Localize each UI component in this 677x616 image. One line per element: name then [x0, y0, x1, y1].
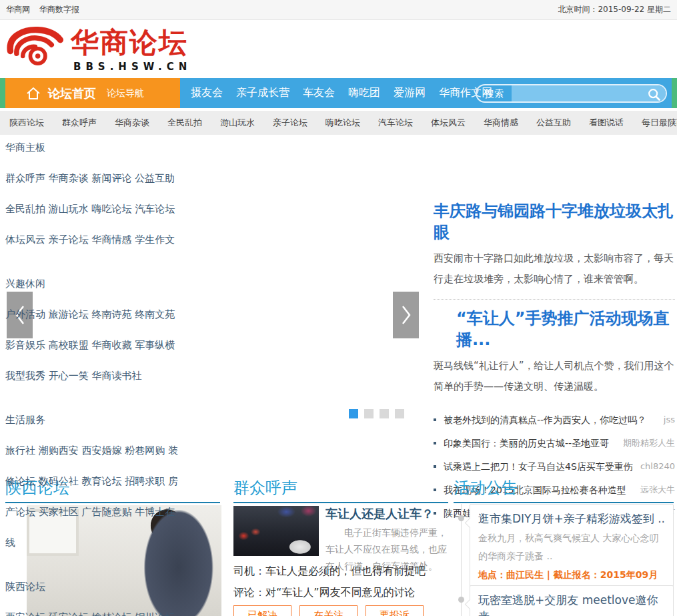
logo-swirl-icon — [5, 26, 64, 67]
news-list-item[interactable]: 印象美国行：美丽的历史古城--圣地亚哥 期盼精彩人生 — [434, 434, 675, 452]
nav-item-travel-net[interactable]: 爱游网 — [394, 86, 426, 100]
square-bullet-icon — [434, 465, 436, 468]
complain-button[interactable]: 要投诉 — [366, 605, 424, 616]
topbar-links: 华商网 华商数字报 — [6, 4, 86, 15]
nav-item-parenting-camp[interactable]: 亲子成长营 — [236, 86, 289, 100]
board-group-life: 生活服务 旅行社 潮购西安 西安婚嫁 粉巷网购 装修论坛 数码公社 教育论坛 招… — [5, 404, 184, 558]
search-input[interactable] — [512, 85, 666, 101]
news-item-author: chl8240 — [634, 457, 675, 476]
board-group-links[interactable]: 旅行社 潮购西安 西安婚嫁 粉巷网购 装修论坛 数码公社 教育论坛 招聘求职 房… — [5, 435, 184, 558]
timeline-dot — [458, 515, 464, 521]
subnav-item-emotion[interactable]: 华商情感 — [484, 117, 518, 129]
subnav-item-photos[interactable]: 全民乱拍 — [167, 117, 202, 129]
logo-text: 华商论坛 BBS.HSW.CN — [71, 26, 191, 73]
nav-forum-guide[interactable]: 论坛导航 — [107, 87, 144, 99]
board-group-title: 兴趣休闲 — [5, 268, 184, 299]
square-bullet-icon — [434, 442, 436, 444]
voice-comment-line[interactable]: 评论：对“车让人”网友不同意见的讨论 — [233, 586, 448, 600]
section-public-voice: 群众呼声 车让人还是人让车？ 电子正街车辆违停严重，车让人不应仅在斑马线，也应在… — [233, 477, 448, 616]
subnav-item-auto[interactable]: 汽车论坛 — [378, 117, 413, 129]
square-bullet-icon — [434, 418, 436, 421]
carousel-dot-4[interactable] — [395, 409, 404, 418]
home-icon — [25, 85, 41, 101]
search-icon[interactable] — [647, 87, 662, 102]
board-index-sidebar: 华商主板 群众呼声 华商杂谈 新闻评论 公益互助 全民乱拍 游山玩水 嗨吃论坛 … — [5, 132, 184, 616]
main-nav: 论坛首页 论坛导航 摄友会 亲子成长营 车友会 嗨吃团 爱游网 华商作文网 搜索 — [0, 78, 677, 108]
news-list-item[interactable]: 试乘遇上二把刀！女子马自达4S店买车受重伤 chl8240 — [434, 457, 675, 476]
subnav-item-pictalk[interactable]: 看图说话 — [589, 117, 624, 129]
carousel-dot-2[interactable] — [364, 409, 374, 418]
subnav-item-sports[interactable]: 体坛风云 — [431, 117, 466, 129]
activity-title[interactable]: 玩密室逃脱+交朋友 meetlove邀你来 — [478, 592, 665, 616]
board-group-title: 陕西论坛 — [5, 571, 184, 602]
subnav-item-charity[interactable]: 公益互助 — [536, 117, 571, 129]
activity-title[interactable]: 逛市集DIY月饼+亲子精彩游戏签到 .. — [478, 511, 665, 527]
news-list-item[interactable]: 被老外找到的清真糕点--作为西安人，你吃过吗？ jss — [434, 410, 675, 429]
subnav-item-voice[interactable]: 群众呼声 — [62, 117, 97, 129]
subnav-item-food[interactable]: 嗨吃论坛 — [325, 117, 360, 129]
voice-buttons: 已解决 在关注 要投诉 — [233, 605, 432, 616]
carousel-dots — [349, 409, 410, 418]
beijing-time-label: 北京时间：2015-09-22 星期二 — [558, 4, 671, 15]
section-heading-activity: 活动公告 — [454, 477, 674, 503]
topbar-link-hsw[interactable]: 华商网 — [6, 5, 30, 14]
section-activity-notice: 活动公告 逛市集DIY月饼+亲子精彩游戏签到 .. 金秋九月，秋高气爽气候宜人 … — [454, 477, 674, 616]
news-item-author: 期盼精彩人生 — [616, 434, 675, 452]
logo-bar: 华商论坛 BBS.HSW.CN — [0, 21, 677, 78]
nav-item-photo-club[interactable]: 摄友会 — [191, 86, 223, 100]
nav-item-car-club[interactable]: 车友会 — [303, 86, 335, 100]
following-button[interactable]: 在关注 — [299, 605, 358, 616]
section-heading-voice: 群众呼声 — [233, 477, 448, 503]
voice-card-title[interactable]: 车让人还是人让车？ — [325, 506, 448, 522]
forum-homepage: 华商网 华商数字报 北京时间：2015-09-22 星期二 华商论坛 BBS.H… — [0, 0, 677, 616]
board-group-hobby: 兴趣休闲 户外活动 旅游论坛 终南诗苑 终南文苑 影音娱乐 高校联盟 华商收藏 … — [5, 268, 184, 391]
board-group-main: 华商主板 群众呼声 华商杂谈 新闻评论 公益互助 全民乱拍 游山玩水 嗨吃论坛 … — [5, 132, 184, 255]
dotted-divider — [434, 299, 675, 300]
timeline-dot — [458, 597, 464, 603]
headline-desc-2: 斑马线钱“礼让行人”，给让人司机点个赞，我们用这个简单的手势——传递文明、传递温… — [434, 356, 675, 397]
news-item-title: 印象美国行：美丽的历史古城--圣地亚哥 — [444, 434, 609, 452]
carousel-dot-1[interactable] — [349, 409, 358, 418]
site-logo[interactable]: 华商论坛 BBS.HSW.CN — [5, 26, 191, 73]
subnav-item-travel[interactable]: 游山玩水 — [220, 117, 255, 129]
logo-title: 华商论坛 — [71, 26, 191, 59]
board-group-links[interactable]: 户外活动 旅游论坛 终南诗苑 终南文苑 影音娱乐 高校联盟 华商收藏 军事纵横 … — [5, 299, 184, 391]
news-item-author: jss — [657, 410, 675, 429]
carousel-dot-3[interactable] — [380, 409, 389, 418]
topbar: 华商网 华商数字报 北京时间：2015-09-22 星期二 — [0, 0, 677, 20]
search-box: 搜索 — [476, 84, 667, 103]
news-item-title: 被老外找到的清真糕点--作为西安人，你吃过吗？ — [444, 410, 646, 429]
carousel-next-button[interactable] — [393, 292, 419, 338]
headline-desc-1: 西安闹市十字路口如此堆放垃圾，太影响市容了，每天行走在垃圾堆旁，太影响心情了，谁… — [434, 248, 675, 290]
sub-nav: 陕西论坛 群众呼声 华商杂谈 全民乱拍 游山玩水 亲子论坛 嗨吃论坛 汽车论坛 … — [0, 111, 677, 135]
voice-driver-line[interactable]: 司机：车让人是必须的，但也得有前提吧 — [233, 565, 448, 579]
nav-item-food-group[interactable]: 嗨吃团 — [348, 86, 380, 100]
subnav-item-daily-shanxi[interactable]: 每日最陕西 — [642, 117, 677, 129]
nav-home-block: 论坛首页 论坛导航 — [5, 78, 180, 108]
subnav-item-shanxi[interactable]: 陕西论坛 — [9, 117, 44, 129]
search-label: 搜索 — [477, 85, 512, 101]
logo-subtitle: BBS.HSW.CN — [73, 61, 191, 73]
board-group-title: 生活服务 — [5, 404, 184, 435]
topbar-link-digital-paper[interactable]: 华商数字报 — [39, 5, 79, 14]
voice-thumbnail-photo[interactable] — [233, 506, 319, 556]
board-group-links[interactable]: 群众呼声 华商杂谈 新闻评论 公益互助 全民乱拍 游山玩水 嗨吃论坛 汽车论坛 … — [5, 163, 184, 255]
subnav-item-parenting[interactable]: 亲子论坛 — [273, 117, 307, 129]
board-group-title: 华商主板 — [5, 132, 184, 163]
activity-card[interactable]: 玩密室逃脱+交朋友 meetlove邀你来 华商同城交友趴，真人密室仅限12人！ — [470, 585, 674, 616]
headline-title-2[interactable]: “车让人”手势推广活动现场直播... — [434, 308, 675, 350]
headline-title-1[interactable]: 丰庆路与锦园路十字堆放垃圾太扎眼 — [434, 200, 675, 243]
resolved-button[interactable]: 已解决 — [233, 605, 291, 616]
board-group-links[interactable]: 西安论坛 延安论坛 榆林论坛 铜川论坛 汉中论坛 安康论坛 咸阳论坛 渭南论坛 … — [5, 602, 184, 616]
news-item-title: 试乘遇上二把刀！女子马自达4S店买车受重伤 — [444, 457, 633, 476]
subnav-item-huashang-talk[interactable]: 华商杂谈 — [115, 117, 149, 129]
board-group-region: 陕西论坛 西安论坛 延安论坛 榆林论坛 铜川论坛 汉中论坛 安康论坛 咸阳论坛 … — [5, 571, 184, 616]
activity-desc: 金秋九月，秋高气爽气候宜人 大家心心念叨的华商亲子跳蚤 .. — [478, 529, 665, 565]
nav-forum-home[interactable]: 论坛首页 — [48, 85, 96, 101]
